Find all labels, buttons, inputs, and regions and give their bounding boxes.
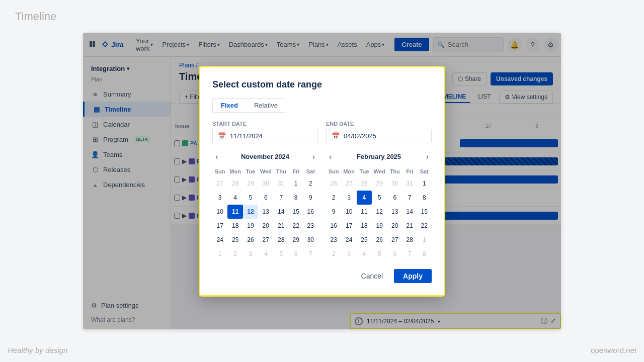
cal-day[interactable]: 24 [341, 233, 357, 247]
cal-day[interactable]: 11 [227, 205, 243, 219]
right-prev-btn[interactable]: ‹ [326, 151, 335, 162]
cal-day[interactable]: 24 [212, 233, 227, 247]
cal-day[interactable]: 31 [403, 176, 417, 191]
cal-day[interactable]: 8 [417, 191, 432, 205]
cal-day[interactable]: 6 [387, 191, 403, 205]
cal-day[interactable]: 4 [258, 247, 274, 261]
cal-day[interactable]: 13 [258, 205, 274, 219]
cal-day[interactable]: 29 [372, 176, 387, 191]
cal-day[interactable]: 21 [274, 219, 289, 233]
cal-day[interactable]: 28 [227, 176, 243, 191]
cal-day[interactable]: 17 [212, 219, 227, 233]
cal-day[interactable]: 26 [243, 233, 258, 247]
cal-day[interactable]: 23 [326, 233, 341, 247]
cal-day[interactable]: 7 [303, 247, 318, 261]
cal-day[interactable]: 2 [326, 247, 341, 261]
cal-day[interactable]: 18 [357, 219, 372, 233]
cal-day[interactable]: 6 [289, 247, 303, 261]
cal-day[interactable]: 28 [403, 233, 417, 247]
cal-day[interactable]: 10 [212, 205, 227, 219]
cal-day[interactable]: 26 [372, 233, 387, 247]
cal-day[interactable]: 2 [303, 176, 318, 191]
cal-day[interactable]: 6 [258, 191, 274, 205]
cal-day[interactable]: 20 [387, 219, 403, 233]
cal-day[interactable]: 3 [243, 247, 258, 261]
cal-day[interactable]: 15 [289, 205, 303, 219]
cal-day[interactable]: 30 [303, 233, 318, 247]
cal-day[interactable]: 16 [303, 205, 318, 219]
page-title: Timeline [15, 10, 56, 23]
cal-day[interactable]: 14 [403, 205, 417, 219]
page-background: Timeline Jira Your work ▾ Projects ▾ Fil… [0, 0, 644, 362]
cal-day[interactable]: 27 [387, 233, 403, 247]
cal-day[interactable]: 3 [341, 247, 357, 261]
cal-day[interactable]: 12 [243, 205, 258, 219]
cal-day[interactable]: 18 [227, 219, 243, 233]
cal-day[interactable]: 19 [372, 219, 387, 233]
start-date-input[interactable] [230, 132, 312, 140]
cal-day[interactable]: 15 [417, 205, 432, 219]
right-next-btn[interactable]: › [423, 151, 432, 162]
cal-day[interactable]: 5 [372, 247, 387, 261]
cal-day[interactable]: 23 [303, 219, 318, 233]
left-next-btn[interactable]: › [309, 151, 318, 162]
cancel-button[interactable]: Cancel [354, 269, 390, 283]
end-date-input[interactable] [344, 132, 426, 140]
cal-day[interactable]: 27 [258, 233, 274, 247]
cal-day[interactable]: 14 [274, 205, 289, 219]
cal-day[interactable]: 6 [387, 247, 403, 261]
cal-day[interactable]: 27 [212, 176, 227, 191]
cal-day[interactable]: 12 [372, 205, 387, 219]
cal-day[interactable]: 8 [417, 247, 432, 261]
right-cal-header: ‹ February 2025 › [326, 151, 432, 162]
cal-day[interactable]: 29 [243, 176, 258, 191]
cal-day[interactable]: 26 [326, 176, 341, 191]
cal-day[interactable]: 22 [417, 219, 432, 233]
cal-day[interactable]: 3 [341, 191, 357, 205]
left-prev-btn[interactable]: ‹ [212, 151, 221, 162]
cal-day[interactable]: 7 [403, 191, 417, 205]
end-date-wrapper: 📅 [326, 129, 432, 143]
cal-day[interactable]: 22 [289, 219, 303, 233]
cal-day[interactable]: 7 [274, 191, 289, 205]
apply-button[interactable]: Apply [394, 269, 432, 283]
cal-day[interactable]: 1 [417, 233, 432, 247]
cal-day[interactable]: 10 [341, 205, 357, 219]
cal-day[interactable]: 20 [258, 219, 274, 233]
cal-day[interactable]: 28 [357, 176, 372, 191]
cal-day[interactable]: 25 [357, 233, 372, 247]
cal-day[interactable]: 7 [403, 247, 417, 261]
cal-day[interactable]: 3 [212, 191, 227, 205]
cal-day[interactable]: 5 [372, 191, 387, 205]
cal-day[interactable]: 17 [341, 219, 357, 233]
left-cal-header: ‹ November 2024 › [212, 151, 318, 162]
cal-day[interactable]: 19 [243, 219, 258, 233]
cal-day[interactable]: 9 [326, 205, 341, 219]
cal-day[interactable]: 27 [341, 176, 357, 191]
cal-day[interactable]: 13 [387, 205, 403, 219]
cal-day[interactable]: 2 [227, 247, 243, 261]
cal-day[interactable]: 31 [274, 176, 289, 191]
cal-day[interactable]: 4 [357, 191, 372, 205]
cal-day[interactable]: 28 [274, 233, 289, 247]
cal-day[interactable]: 4 [357, 247, 372, 261]
tab-relative[interactable]: Relative [246, 99, 286, 112]
cal-day[interactable]: 5 [243, 191, 258, 205]
cal-day[interactable]: 2 [326, 191, 341, 205]
cal-day[interactable]: 1 [417, 176, 432, 191]
cal-day[interactable]: 8 [289, 191, 303, 205]
cal-day[interactable]: 9 [303, 191, 318, 205]
tab-fixed[interactable]: Fixed [212, 98, 247, 113]
cal-day[interactable]: 11 [357, 205, 372, 219]
cal-day[interactable]: 30 [258, 176, 274, 191]
cal-day[interactable]: 25 [227, 233, 243, 247]
cal-day[interactable]: 1 [289, 176, 303, 191]
cal-day[interactable]: 1 [212, 247, 227, 261]
cal-day[interactable]: 21 [403, 219, 417, 233]
cal-day[interactable]: 29 [289, 233, 303, 247]
cal-day[interactable]: 16 [326, 219, 341, 233]
dow-mon-l: Mon [227, 166, 243, 176]
cal-day[interactable]: 30 [387, 176, 403, 191]
cal-day[interactable]: 4 [227, 191, 243, 205]
cal-day[interactable]: 5 [274, 247, 289, 261]
